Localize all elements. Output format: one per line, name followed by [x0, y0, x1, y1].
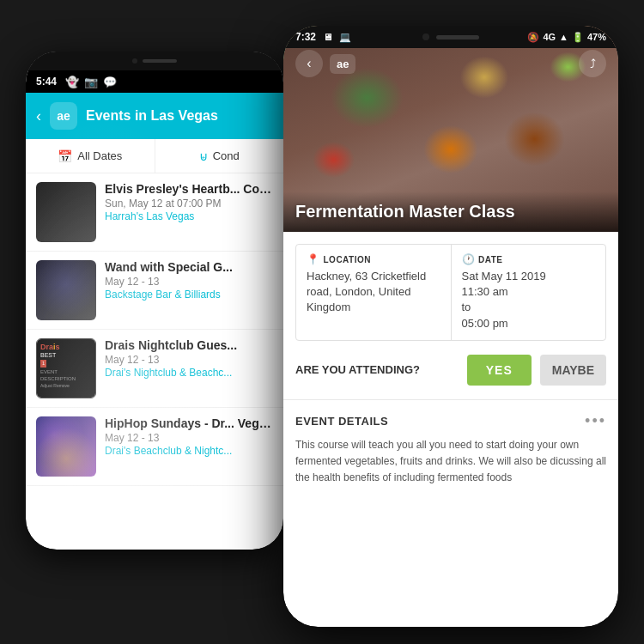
location-label: 📍 LOCATION	[307, 253, 440, 265]
phone-back: 5:44 👻 📷 💬 ‹ ae Events in Las Vegas 📅 Al…	[26, 52, 283, 550]
hero-area: ‹ ae ⤴ Fermentation Master Class	[283, 26, 618, 232]
list-item[interactable]: Elvis Presley's Heartb... Concert Sun, M…	[26, 173, 283, 252]
front-screen: 7:32 🖥 💻 🔕 4G ▲ 🔋 47%	[283, 26, 618, 627]
event-details-title: EVENT DETAILS	[295, 415, 388, 428]
back-screen: 5:44 👻 📷 💬 ‹ ae Events in Las Vegas 📅 Al…	[26, 52, 283, 550]
hero-back-button[interactable]: ‹	[295, 50, 323, 77]
info-row: 📍 LOCATION Hackney, 63 Cricketfield road…	[295, 244, 606, 341]
event-details-header: EVENT DETAILS •••	[295, 412, 606, 430]
signal-bars-icon: ▲	[559, 32, 568, 42]
battery-label: 47%	[587, 32, 606, 42]
front-status-bar: 7:32 🖥 💻 🔕 4G ▲ 🔋 47%	[283, 26, 618, 48]
event-list: Elvis Presley's Heartb... Concert Sun, M…	[26, 173, 283, 550]
status-left: 7:32 🖥 💻	[295, 31, 351, 43]
share-button[interactable]: ⤴	[579, 50, 606, 77]
screen-icon: 🖥	[323, 32, 332, 42]
tablet-icon: 💻	[339, 32, 351, 43]
back-chevron-icon: ‹	[307, 56, 311, 71]
yes-button[interactable]: YES	[467, 355, 532, 386]
date-col: 🕐 DATE Sat May 11 2019 11:30 am to 05:00…	[452, 245, 606, 340]
hero-nav: ‹ ae ⤴	[283, 50, 618, 77]
signal-label: 4G	[543, 32, 556, 42]
clock-icon: 🕐	[462, 253, 476, 265]
nav-left: ‹ ae	[295, 50, 355, 77]
back-top-bar	[26, 52, 283, 70]
mute-icon: 🔕	[527, 32, 539, 43]
front-time: 7:32	[295, 31, 316, 43]
detail-content: 📍 LOCATION Hackney, 63 Cricketfield road…	[283, 232, 618, 498]
attending-question: ARE YOU ATTENDING?	[295, 363, 459, 376]
thumb-inner	[36, 182, 96, 242]
location-icon: 📍	[307, 253, 320, 265]
back-speaker	[143, 59, 177, 63]
battery-icon: 🔋	[572, 32, 584, 43]
event-description: This course will teach you all you need …	[295, 437, 606, 487]
date-text: Sat May 11 2019 11:30 am to 05:00 pm	[462, 269, 596, 331]
scene: 5:44 👻 📷 💬 ‹ ae Events in Las Vegas 📅 Al…	[0, 0, 644, 644]
location-col: 📍 LOCATION Hackney, 63 Cricketfield road…	[296, 245, 452, 340]
share-icon: ⤴	[590, 57, 596, 70]
back-camera	[132, 58, 137, 64]
more-options-button[interactable]: •••	[585, 412, 606, 430]
hero-logo: ae	[330, 54, 355, 74]
hero-overlay: Fermentation Master Class	[283, 191, 618, 232]
divider	[283, 399, 618, 400]
attending-row: ARE YOU ATTENDING? YES MAYBE	[295, 355, 606, 386]
phone-front: 7:32 🖥 💻 🔕 4G ▲ 🔋 47%	[283, 26, 618, 627]
event-hero-title: Fermentation Master Class	[295, 202, 606, 222]
date-label: 🕐 DATE	[462, 253, 596, 265]
maybe-button[interactable]: MAYBE	[540, 355, 606, 386]
event-thumbnail	[36, 182, 96, 242]
status-right: 🔕 4G ▲ 🔋 47%	[527, 32, 606, 43]
location-text: Hackney, 63 Cricketfield road, London, U…	[307, 269, 440, 316]
